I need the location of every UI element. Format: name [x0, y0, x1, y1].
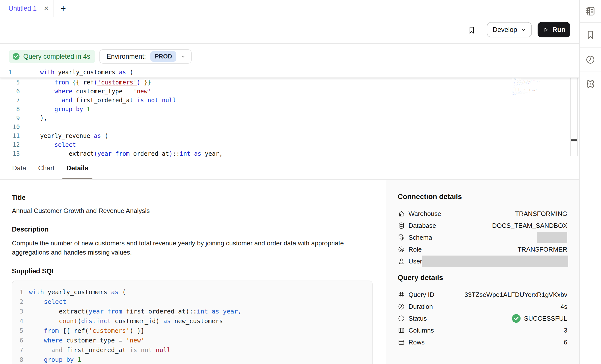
- description-value: Compute the number of new customers and …: [12, 239, 345, 257]
- run-label: Run: [552, 26, 565, 34]
- tab-label: Untitled 1: [8, 5, 37, 12]
- connection-row-user: User: [398, 255, 567, 267]
- tab-data[interactable]: Data: [12, 157, 26, 179]
- line-number: 11: [0, 131, 20, 140]
- editor-line[interactable]: 11yearly_revenue as (: [0, 131, 579, 140]
- tab-chart[interactable]: Chart: [38, 157, 55, 179]
- query-status-text: Query completed in 4s: [23, 53, 90, 60]
- line-number: 2: [12, 297, 23, 307]
- title-heading: Title: [12, 194, 386, 202]
- sidebar-bookmark-icon[interactable]: [580, 23, 601, 48]
- line-number: 10: [0, 123, 20, 131]
- check-circle-icon: [12, 53, 20, 60]
- row-value: DOCS_TEAM_SANDBOX: [492, 222, 567, 230]
- line-number: 8: [12, 355, 23, 364]
- scrollbar-thumb[interactable]: [571, 139, 577, 141]
- row-value: 3: [564, 327, 567, 334]
- indent-guide: [38, 140, 38, 156]
- line-number: 7: [12, 345, 23, 355]
- line-number: 7: [0, 96, 20, 105]
- row-label: Rows: [409, 338, 425, 346]
- line-number: 4: [12, 316, 23, 326]
- run-button[interactable]: Run: [538, 22, 570, 37]
- sql-line: 8 group by 1: [12, 355, 372, 364]
- details-left-column: Title Annual Customer Growth and Revenue…: [0, 180, 386, 364]
- row-value: 33TZseWpe1ALFDUYerxR1gVKxbv: [464, 291, 567, 299]
- connection-details-heading: Connection details: [398, 193, 567, 201]
- editor-line[interactable]: 6 where customer_type = 'new': [0, 87, 579, 96]
- sql-line: 6 where customer_type = 'new': [12, 336, 372, 345]
- minimap-line: order by 1: [512, 94, 540, 95]
- chevron-down-icon: [181, 54, 186, 59]
- code-line: where customer_type = 'new': [40, 87, 151, 96]
- code-line: ),: [40, 114, 47, 123]
- tab-untitled-1[interactable]: Untitled 1 ✕: [0, 0, 54, 17]
- code-line: count(distinct customer_id) as new_custo…: [29, 316, 223, 326]
- editor-line[interactable]: 13 extract(year from ordered_at)::int as…: [0, 149, 579, 157]
- sql-line: 2 select: [12, 297, 372, 307]
- main-area: Untitled 1 ✕ + Develop Run: [0, 0, 579, 364]
- sidebar-dbt-icon[interactable]: [580, 72, 601, 96]
- warehouse-icon: [398, 210, 405, 217]
- code-line: with yearly_customers as (: [29, 287, 126, 297]
- add-tab-button[interactable]: +: [57, 0, 69, 17]
- bookmark-icon[interactable]: [467, 23, 477, 38]
- query-row-columns: Columns3: [398, 324, 567, 336]
- row-value: TRANSFORMER: [518, 246, 567, 253]
- supplied-sql-heading: Supplied SQL: [12, 267, 386, 275]
- environment-label: Environment:: [107, 53, 146, 60]
- row-label: Duration: [409, 303, 433, 311]
- indent-guide: [38, 78, 38, 115]
- code-line: extract(year from first_ordered_at)::int…: [29, 307, 242, 316]
- line-number: 6: [0, 87, 20, 96]
- editor-scrollbar[interactable]: [570, 68, 578, 156]
- sql-line: 1with yearly_customers as (: [12, 287, 372, 297]
- code-line: extract(year from ordered_at)::int as ye…: [40, 149, 223, 157]
- spinner-icon: [398, 315, 405, 322]
- details-panel: Title Annual Customer Growth and Revenue…: [0, 180, 579, 364]
- environment-selector[interactable]: Environment: PROD: [99, 49, 192, 64]
- row-label: Status: [409, 315, 427, 322]
- connection-rows: WarehouseTRANSFORMINGDatabaseDOCS_TEAM_S…: [398, 208, 567, 267]
- editor-line[interactable]: 5 from {{ ref('customers') }}: [0, 78, 579, 87]
- query-row-query-id: Query ID33TZseWpe1ALFDUYerxR1gVKxbv: [398, 289, 567, 301]
- editor-line[interactable]: 8 group by 1: [0, 105, 579, 114]
- code-line: and first_ordered_at is not null: [40, 96, 176, 105]
- row-label: Role: [409, 246, 422, 253]
- schema-icon: [398, 234, 405, 241]
- description-heading: Description: [12, 226, 386, 233]
- line-number: 6: [12, 336, 23, 345]
- redacted-value: [422, 256, 568, 267]
- sidebar-history-icon[interactable]: [580, 48, 601, 72]
- editor-line[interactable]: 9),: [0, 114, 579, 123]
- query-row-duration: Duration4s: [398, 301, 567, 312]
- line-number: 1: [0, 68, 12, 77]
- close-icon[interactable]: ✕: [44, 5, 49, 12]
- columns-icon: [398, 327, 405, 334]
- develop-dropdown-button[interactable]: Develop: [487, 22, 532, 37]
- editor-line[interactable]: 12 select: [0, 140, 579, 149]
- row-value: 6: [564, 338, 567, 346]
- row-value: SUCCESSFUL: [512, 314, 567, 323]
- query-details-heading: Query details: [398, 274, 567, 282]
- code-line: yearly_revenue as (: [40, 131, 108, 140]
- user-icon: [398, 258, 405, 265]
- title-value: Annual Customer Growth and Revenue Analy…: [12, 207, 386, 215]
- row-label: Query ID: [409, 291, 434, 299]
- row-value: TRANSFORMING: [515, 210, 567, 218]
- tab-details[interactable]: Details: [66, 157, 88, 179]
- code-line: group by 1: [40, 105, 90, 114]
- sidebar-notebook-icon[interactable]: [580, 0, 601, 23]
- rows-icon: [398, 338, 405, 346]
- sql-line: 5 from {{ ref('customers') }}: [12, 326, 372, 336]
- environment-value-chip: PROD: [150, 51, 176, 62]
- sql-editor[interactable]: 5 from {{ ref('customers') }}6 where cus…: [0, 68, 579, 157]
- database-icon: [398, 222, 405, 229]
- clock-icon: [398, 303, 405, 310]
- document-tabbar: Untitled 1 ✕ +: [0, 0, 579, 17]
- line-number: 8: [0, 105, 20, 114]
- hash-icon: [398, 291, 405, 298]
- line-number: 1: [12, 287, 23, 297]
- editor-line[interactable]: 7 and first_ordered_at is not null: [0, 96, 579, 105]
- editor-line[interactable]: 10: [0, 123, 579, 131]
